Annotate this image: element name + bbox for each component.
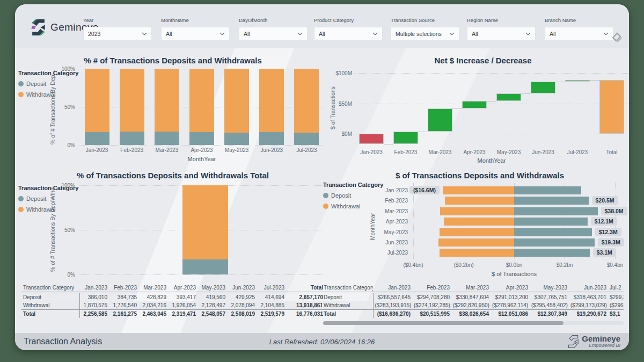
withdrawal-swatch [18, 207, 24, 212]
stacked-bar-Jul-2023[interactable] [294, 69, 319, 145]
filter-label: Transaction Source [391, 17, 459, 23]
waterfall-connector [452, 108, 462, 109]
withdrawal-segment[interactable] [189, 69, 214, 132]
deposit-bar-Feb-2023[interactable] [514, 197, 589, 205]
withdrawal-segment[interactable] [182, 185, 228, 259]
withdrawal-segment[interactable] [155, 69, 179, 132]
x-tick-label: Jul-2023 [289, 147, 324, 153]
column-header: Jan-2023 [79, 284, 109, 293]
filter-label: Branch Name [545, 17, 613, 23]
table-horizontal-scrollbar[interactable] [323, 321, 624, 325]
filter-dayofmonth: DayOfMonth All [239, 17, 308, 40]
stacked-bar-Jan-2023[interactable] [85, 69, 109, 145]
withdrawal-bar-Feb-2023[interactable] [445, 197, 514, 205]
column-header: Jun-2023 [227, 284, 257, 293]
filter-dropdown[interactable]: All [467, 27, 536, 40]
deposit-segment[interactable] [294, 133, 319, 145]
y-category-label: Apr-2023 [322, 219, 408, 225]
filter-dropdown[interactable]: Multiple selections [391, 27, 459, 40]
withdrawal-segment[interactable] [85, 69, 109, 132]
table-cell: Withdrawal [322, 301, 373, 310]
filter-dropdown[interactable]: 2023 [83, 27, 152, 40]
deposit-segment[interactable] [189, 132, 214, 145]
deposit-bar-Apr-2023[interactable] [514, 218, 588, 226]
deposit-segment[interactable] [259, 132, 284, 145]
y-category-label: Feb-2023 [322, 198, 408, 204]
x-tick-label: May-2023 [219, 147, 254, 153]
y-category-label: Jul-2023 [322, 250, 408, 256]
deposit-bar-Jun-2023[interactable] [514, 238, 595, 247]
table-row-withdrawal: Withdrawal1,870,5751,776,5402,034,2161,9… [21, 301, 325, 310]
increase-bar-Jul-2023[interactable] [565, 80, 590, 82]
deposit-segment[interactable] [120, 132, 144, 145]
column-slot [79, 69, 114, 145]
value-label: $20.5M [592, 196, 618, 205]
filter-dropdown[interactable]: All [545, 27, 613, 40]
plot-area [79, 69, 324, 145]
filter-dropdown[interactable]: All [314, 27, 383, 40]
y-axis-ticks: 100% 50% 0% [57, 185, 75, 274]
count-transactions-table: Transaction CategoryJan-2023Feb-2023Mar-… [21, 284, 325, 319]
x-tick-label: ($0.2bn) [448, 262, 480, 268]
clear-filters-eraser-icon[interactable] [609, 29, 624, 44]
withdrawal-bar-Jun-2023[interactable] [438, 238, 514, 247]
table-cell: 2,078,094 [227, 301, 257, 310]
deposit-bar-Jul-2023[interactable] [514, 249, 590, 257]
withdrawal-segment[interactable] [294, 69, 319, 133]
table-cell: 16,776,031 [286, 310, 325, 318]
withdrawal-bar-Jan-2023[interactable] [443, 186, 514, 194]
increase-bar-May-2023[interactable] [496, 93, 521, 101]
gemineye-logo-icon [31, 18, 46, 37]
x-tick-label: Jul-2023 [560, 149, 595, 155]
y-axis-title: % of # Transactions By Dep/Wthd [49, 185, 56, 274]
withdrawal-segment[interactable] [120, 69, 144, 132]
withdrawal-segment[interactable] [259, 69, 284, 132]
filter-dropdown[interactable]: All [161, 27, 230, 40]
increase-bar-Mar-2023[interactable] [428, 108, 452, 132]
filter-dropdown[interactable]: All [239, 27, 308, 40]
decrease-bar-Jan-2023[interactable] [359, 134, 384, 144]
withdrawal-bar-Apr-2023[interactable] [444, 218, 514, 226]
filter-transaction-source: Transaction Source Multiple selections [391, 17, 459, 40]
deposit-segment[interactable] [155, 132, 179, 145]
deposit-segment[interactable] [182, 259, 228, 274]
increase-bar-Feb-2023[interactable] [393, 132, 418, 144]
total-bar-Total[interactable] [599, 80, 624, 134]
scrollbar-thumb[interactable] [323, 321, 564, 325]
withdrawal-bar-Jul-2023[interactable] [440, 249, 514, 257]
table-cell: 2,463,045 [138, 310, 168, 318]
withdrawal-bar-Mar-2023[interactable] [440, 207, 514, 215]
increase-bar-Jun-2023[interactable] [531, 82, 555, 93]
stacked-bar-total[interactable] [182, 185, 228, 274]
filter-bar: Gemineye Year 2023 MonthName All DayOfMo… [15, 4, 629, 48]
stacked-bar-Feb-2023[interactable] [120, 69, 144, 145]
deposit-bar-May-2023[interactable] [514, 228, 592, 236]
waterfall-connector [521, 93, 531, 94]
table-cell: 2,319,471 [168, 310, 197, 318]
stacked-bar-Jun-2023[interactable] [259, 69, 284, 145]
column-header: Mar-2023 [451, 284, 491, 293]
withdrawal-segment[interactable] [224, 69, 249, 133]
x-axis-title: MonthYear [354, 157, 629, 164]
increase-bar-Apr-2023[interactable] [462, 101, 487, 108]
table-cell: $38,026,654 [451, 310, 491, 318]
stacked-bar-Apr-2023[interactable] [189, 69, 214, 145]
filter-value: 2023 [88, 31, 100, 37]
column-header: Transaction Category [322, 284, 373, 293]
stacked-bar-May-2023[interactable] [224, 69, 249, 145]
table-cell: ($16,636,270) [373, 310, 412, 318]
stacked-bar-Mar-2023[interactable] [155, 69, 179, 145]
column-slot [149, 69, 184, 145]
table-cell: $12,051,086 [491, 310, 530, 318]
deposit-bar-Jan-2023[interactable] [514, 186, 581, 194]
withdrawal-bar-May-2023[interactable] [440, 228, 514, 236]
deposit-segment[interactable] [85, 132, 109, 145]
deposit-bar-Mar-2023[interactable] [514, 207, 598, 215]
deposit-segment[interactable] [224, 133, 249, 145]
x-axis-title: MonthYear [79, 156, 324, 162]
x-tick-label: May-2023 [492, 149, 526, 155]
filter-value: All [319, 31, 325, 37]
table-cell: 2,104,885 [257, 301, 286, 310]
column-header: Transaction Category [21, 284, 79, 293]
column-header: Feb-2023 [109, 284, 138, 293]
